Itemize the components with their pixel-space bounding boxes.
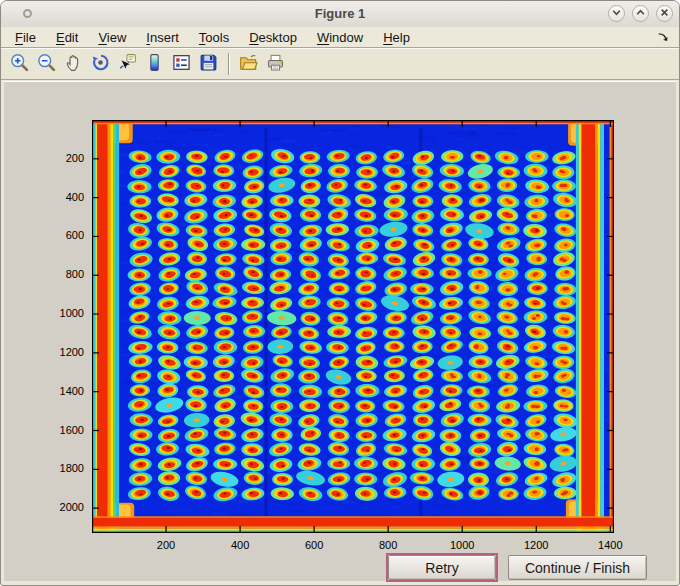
y-tick-label: 1000 [24, 307, 84, 319]
menu-view[interactable]: View [88, 28, 136, 47]
y-tick-label: 400 [24, 191, 84, 203]
toolbar-separator [228, 53, 229, 75]
zoom-out-icon [36, 52, 57, 76]
cross-icon [659, 6, 670, 21]
menu-insert[interactable]: Insert [136, 28, 189, 47]
chevron-up-icon [635, 6, 646, 21]
y-tick-label: 1600 [24, 424, 84, 436]
figure-toolbar [1, 48, 679, 80]
data-cursor-button[interactable] [115, 51, 140, 77]
x-tick-label: 1400 [580, 539, 640, 551]
continue-finish-button[interactable]: Continue / Finish [508, 555, 647, 580]
pan-icon [63, 52, 84, 76]
print-figure-icon [265, 52, 286, 76]
y-tick-label: 800 [24, 268, 84, 280]
pan-button[interactable] [61, 51, 86, 77]
y-tick-label: 1200 [24, 346, 84, 358]
insert-colorbar-icon [144, 52, 165, 76]
minimize-button[interactable] [608, 5, 625, 22]
rotate-3d-button[interactable] [88, 51, 113, 77]
menu-file[interactable]: File [5, 28, 46, 47]
retry-focus-ring: Retry [386, 553, 498, 582]
x-tick-label: 800 [358, 539, 418, 551]
save-figure-icon [198, 52, 219, 76]
menu-edit[interactable]: Edit [46, 28, 88, 47]
close-button[interactable] [656, 5, 673, 22]
menu-help[interactable]: Help [373, 28, 420, 47]
menu-desktop[interactable]: Desktop [239, 28, 307, 47]
insert-legend-button[interactable] [169, 51, 194, 77]
open-file-button[interactable] [236, 51, 261, 77]
dock-figure-button[interactable] [656, 30, 669, 46]
zoom-in-icon [9, 52, 30, 76]
window-title: Figure 1 [1, 6, 679, 21]
menu-tools[interactable]: Tools [189, 28, 239, 47]
x-tick-label: 600 [284, 539, 344, 551]
retry-button[interactable]: Retry [388, 555, 496, 580]
y-tick-label: 200 [24, 152, 84, 164]
figure-canvas-area: 200400600800100012001400 200400600800100… [4, 81, 676, 581]
y-tick-label: 1400 [24, 385, 84, 397]
open-file-icon [238, 52, 259, 76]
zoom-out-button[interactable] [34, 51, 59, 77]
microarray-image [92, 120, 614, 533]
x-tick-label: 200 [136, 539, 196, 551]
zoom-in-button[interactable] [7, 51, 32, 77]
title-bar[interactable]: Figure 1 [1, 1, 679, 28]
menu-window[interactable]: Window [307, 28, 373, 47]
insert-legend-icon [171, 52, 192, 76]
x-tick-label: 1200 [506, 539, 566, 551]
y-tick-label: 1800 [24, 462, 84, 474]
y-tick-label: 2000 [24, 501, 84, 513]
save-figure-button[interactable] [196, 51, 221, 77]
menu-bar: FileEditViewInsertToolsDesktopWindowHelp [1, 27, 679, 48]
y-tick-label: 600 [24, 229, 84, 241]
chevron-down-icon [611, 6, 622, 21]
dock-arrow-icon [656, 31, 669, 46]
rotate-3d-icon [90, 52, 111, 76]
x-tick-label: 400 [210, 539, 270, 551]
insert-colorbar-button[interactable] [142, 51, 167, 77]
window-controls [608, 5, 673, 22]
print-figure-button[interactable] [263, 51, 288, 77]
x-tick-label: 1000 [432, 539, 492, 551]
data-cursor-icon [117, 52, 138, 76]
figure-window: Figure 1 FileEditViewInsertToolsDesktopW… [0, 0, 680, 586]
maximize-button[interactable] [632, 5, 649, 22]
